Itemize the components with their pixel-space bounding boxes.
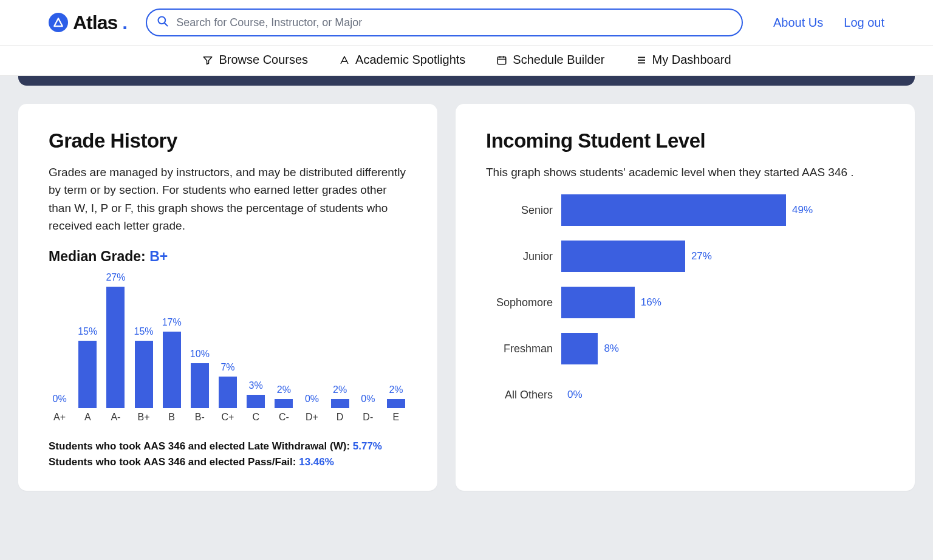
search-input[interactable] [146,9,743,36]
bar-value-label: 15% [134,326,154,337]
row-value-label: 16% [641,296,661,309]
bar-category-label: C+ [222,412,234,423]
bar-value-label: 3% [249,380,263,391]
chart-row: Junior27% [486,241,884,272]
list-icon [635,54,648,66]
bar-rect [219,377,237,408]
chart-bar: 17%B [162,317,182,423]
svg-rect-3 [498,56,507,64]
incoming-desc: This graph shows students' academic leve… [486,163,884,181]
incoming-level-chart: Senior49%Junior27%Sophomore16%Freshman8%… [486,194,884,411]
logo-text: Atlas [73,12,117,34]
row-category-label: Junior [486,250,553,263]
bar-rect [275,399,293,408]
bar-category-label: C- [279,412,289,423]
bar-rect [106,287,125,408]
bar-category-label: C [252,412,259,423]
bar-category-label: B [168,412,175,423]
chart-bar: 3%C [246,380,265,423]
row-category-label: Sophomore [486,296,553,309]
chart-row: Senior49% [486,194,884,226]
withdrawal-stat: Students who took AAS 346 and elected La… [49,439,407,454]
bar-rect [78,341,97,408]
grade-footer-stats: Students who took AAS 346 and elected La… [49,439,407,471]
chart-bar: 2%C- [274,384,293,423]
header-nav: Browse Courses Academic Spotlights Sched… [0,46,933,76]
chart-bar: 10%B- [190,349,210,423]
bar-category-label: A [84,412,91,423]
banner-strip [18,76,915,86]
search-wrap [146,9,743,36]
row-bar-wrap: 27% [561,241,884,272]
nav-label: Schedule Builder [513,53,604,67]
bar-value-label: 27% [106,272,125,283]
bar-value-label: 0% [361,394,375,405]
row-bar-wrap: 0% [561,379,884,411]
nav-browse-courses[interactable]: Browse Courses [202,53,308,67]
chart-bar: 2%D [330,384,350,423]
nav-schedule-builder[interactable]: Schedule Builder [496,53,604,67]
nav-label: My Dashboard [652,53,731,67]
svg-line-1 [165,23,168,26]
bar-category-label: A- [111,412,120,423]
bar-rect [561,287,635,318]
bar-value-label: 2% [333,384,347,395]
chart-row: All Others0% [486,379,884,411]
nav-my-dashboard[interactable]: My Dashboard [635,53,731,67]
bar-rect [163,332,181,408]
row-value-label: 27% [691,250,712,262]
row-bar-wrap: 49% [561,194,884,226]
bar-value-label: 7% [220,362,234,373]
chart-row: Freshman8% [486,333,884,364]
chart-bar: 0%D- [358,394,378,423]
bar-rect [561,333,598,364]
passfail-stat: Students who took AAS 346 and elected Pa… [49,454,407,470]
bar-rect [247,395,265,408]
incoming-level-card: Incoming Student Level This graph shows … [456,104,915,491]
bar-rect [135,341,153,408]
logo-dot: . [122,12,128,34]
bar-category-label: D [337,412,344,423]
row-value-label: 49% [792,204,813,216]
chart-bar: 0%D+ [302,394,321,423]
logo[interactable]: Atlas. [49,12,128,34]
nav-academic-spotlights[interactable]: Academic Spotlights [338,53,465,67]
search-icon [157,15,169,30]
chart-row: Sophomore16% [486,287,884,318]
row-category-label: All Others [486,389,553,401]
grade-distribution-chart: 0%A+15%A27%A-15%B+17%B10%B-7%C+3%C2%C-0%… [49,271,407,423]
row-category-label: Senior [486,204,553,217]
bar-rect [331,399,349,408]
spotlight-icon [338,54,350,66]
about-link[interactable]: About Us [773,16,823,30]
logout-link[interactable]: Log out [844,16,884,30]
filter-icon [202,54,214,66]
row-category-label: Freshman [486,343,553,355]
logo-icon [49,13,68,32]
bar-rect [387,399,405,408]
bar-value-label: 10% [190,349,210,360]
incoming-title: Incoming Student Level [486,129,884,152]
bar-value-label: 15% [78,326,97,337]
median-value: B+ [149,248,168,264]
bar-category-label: D- [363,412,373,423]
row-bar-wrap: 16% [561,287,884,318]
bar-value-label: 2% [389,384,403,395]
bar-rect [191,363,209,408]
chart-bar: 2%E [386,384,406,423]
bar-category-label: D+ [306,412,318,423]
row-value-label: 8% [604,343,619,355]
bar-category-label: E [393,412,400,423]
bar-value-label: 2% [277,384,291,395]
grade-history-title: Grade History [49,129,407,152]
chart-bar: 27%A- [106,272,125,423]
median-label: Median Grade: [49,248,146,264]
row-value-label: 0% [567,389,583,401]
grade-history-desc: Grades are managed by instructors, and m… [49,163,407,235]
cards-row: Grade History Grades are managed by inst… [0,86,933,509]
header-top: Atlas. About Us Log out [0,0,933,46]
bar-value-label: 17% [162,317,182,328]
chart-bar: 15%B+ [134,326,153,423]
row-bar-wrap: 8% [561,333,884,364]
bar-rect [561,194,786,226]
